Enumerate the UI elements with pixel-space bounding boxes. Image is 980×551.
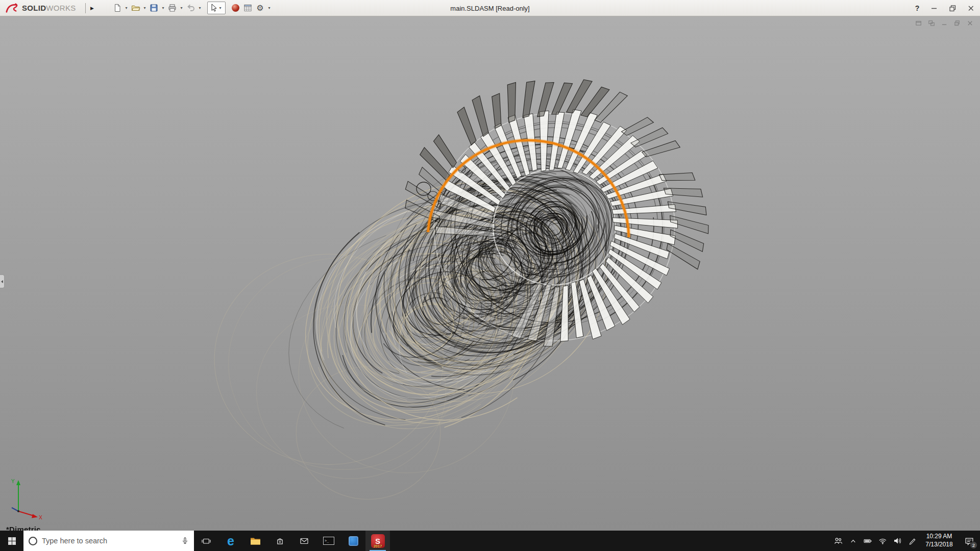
cortana-icon	[29, 537, 37, 545]
graphics-area[interactable]: Y X *Dimetric	[0, 16, 980, 531]
mail-icon	[300, 537, 309, 545]
people-icon	[834, 537, 843, 545]
standard-toolbar: ▾ ▾ ▾ ▾	[111, 2, 273, 15]
restore-icon	[948, 4, 957, 12]
help-button[interactable]: ?	[910, 0, 925, 16]
undo-icon	[186, 4, 195, 12]
open-document-button[interactable]	[130, 2, 142, 15]
action-center-button[interactable]: 2	[959, 531, 980, 551]
open-document-dropdown[interactable]: ▾	[142, 2, 148, 15]
toolbar-divider	[85, 3, 86, 13]
tile-window-icon[interactable]	[928, 19, 936, 27]
taskbar-edge[interactable]: e	[218, 531, 243, 551]
solidworks-year: 2017	[371, 544, 385, 548]
gear-icon: ⚙	[256, 4, 263, 12]
doc-close-icon[interactable]	[966, 19, 974, 27]
volume-icon	[893, 537, 902, 545]
doc-minimize-icon[interactable]	[941, 19, 948, 27]
store-icon	[276, 537, 284, 545]
notification-badge: 2	[970, 541, 977, 549]
close-button[interactable]	[962, 0, 980, 16]
menu-flyout-arrow[interactable]: ▶	[89, 6, 96, 11]
save-button[interactable]	[148, 2, 160, 15]
taskbar-file-explorer[interactable]	[243, 531, 267, 551]
taskbar-store[interactable]	[267, 531, 292, 551]
wifi-icon	[878, 537, 887, 545]
restore-button[interactable]	[943, 0, 962, 16]
appearance-sphere-icon	[232, 4, 239, 12]
battery-button[interactable]	[861, 531, 875, 551]
save-dropdown[interactable]: ▾	[160, 2, 166, 15]
windows-taskbar: e >_ S 2017	[0, 531, 980, 551]
undo-button[interactable]	[185, 2, 197, 15]
microphone-icon[interactable]	[181, 537, 189, 545]
panel-flyout-handle[interactable]	[0, 274, 5, 288]
windows-logo-icon	[8, 537, 16, 545]
undo-dropdown[interactable]: ▾	[197, 2, 203, 15]
ds-logo-icon	[4, 2, 19, 14]
document-title: main.SLDASM [Read-only]	[450, 0, 529, 16]
solidworks-logo: SOLIDWORKS	[0, 2, 80, 14]
clock-time: 10:29 AM	[926, 533, 952, 541]
terminal-icon: >_	[323, 537, 334, 545]
taskbar-mail[interactable]	[292, 531, 316, 551]
file-explorer-icon	[250, 537, 261, 545]
brand-works: WORKS	[46, 4, 76, 12]
print-dropdown[interactable]: ▾	[179, 2, 185, 15]
pen-icon	[909, 537, 917, 545]
brand-text: SOLIDWORKS	[22, 4, 76, 12]
select-tool-dropdown[interactable]: ▾	[217, 2, 224, 15]
window-controls: ?	[910, 0, 980, 16]
save-floppy-icon	[150, 4, 158, 12]
print-icon	[168, 4, 177, 12]
design-table-button[interactable]	[242, 2, 254, 15]
doc-restore-icon[interactable]	[953, 19, 961, 27]
taskbar-search[interactable]	[23, 531, 194, 551]
document-window-controls	[915, 19, 974, 27]
clock-date: 7/13/2018	[925, 541, 952, 549]
minimize-icon	[930, 4, 938, 12]
new-document-button[interactable]	[111, 2, 124, 15]
print-button[interactable]	[166, 2, 179, 15]
appearance-button[interactable]	[230, 2, 242, 15]
system-tray: 10:29 AM 7/13/2018 2	[831, 531, 980, 551]
model-wireframe	[0, 16, 980, 531]
triad-x-label: X	[39, 515, 42, 519]
edge-icon: e	[227, 535, 234, 547]
minimize-button[interactable]	[925, 0, 943, 16]
taskbar-solidworks[interactable]: S 2017	[365, 531, 390, 551]
chevron-up-icon	[849, 537, 857, 545]
task-view-button[interactable]	[194, 531, 218, 551]
view-orientation-label: *Dimetric	[6, 525, 41, 531]
task-view-icon	[202, 537, 211, 545]
blue-app-icon	[349, 536, 358, 546]
app-titlebar: SOLIDWORKS ▶ ▾ ▾ ▾	[0, 0, 980, 16]
left-arrow-icon	[1, 280, 3, 283]
volume-button[interactable]	[890, 531, 905, 551]
new-document-icon	[113, 4, 121, 12]
start-button[interactable]	[0, 531, 23, 551]
tray-overflow-button[interactable]	[846, 531, 861, 551]
taskbar-clock[interactable]: 10:29 AM 7/13/2018	[920, 531, 959, 551]
design-table-icon	[243, 4, 252, 12]
taskbar-3d-app[interactable]	[341, 531, 365, 551]
taskbar-terminal[interactable]: >_	[316, 531, 341, 551]
terminal-prompt: >_	[325, 539, 329, 543]
select-cursor-icon	[209, 4, 217, 12]
new-window-icon[interactable]	[915, 19, 923, 27]
solidworks-app-icon: S 2017	[371, 534, 385, 548]
people-button[interactable]	[831, 531, 846, 551]
open-folder-icon	[131, 4, 140, 12]
new-document-dropdown[interactable]: ▾	[124, 2, 130, 15]
close-icon	[967, 4, 975, 12]
options-dropdown[interactable]: ▾	[266, 2, 273, 15]
network-button[interactable]	[875, 531, 890, 551]
pen-button[interactable]	[905, 531, 920, 551]
options-button[interactable]: ⚙	[254, 2, 266, 15]
battery-icon	[864, 537, 872, 545]
search-input[interactable]	[42, 537, 177, 545]
triad-y-label: Y	[11, 479, 15, 484]
select-tool-group[interactable]: ▾	[207, 2, 226, 14]
orientation-triad: Y X	[6, 475, 45, 519]
brand-solid: SOLID	[22, 4, 46, 12]
